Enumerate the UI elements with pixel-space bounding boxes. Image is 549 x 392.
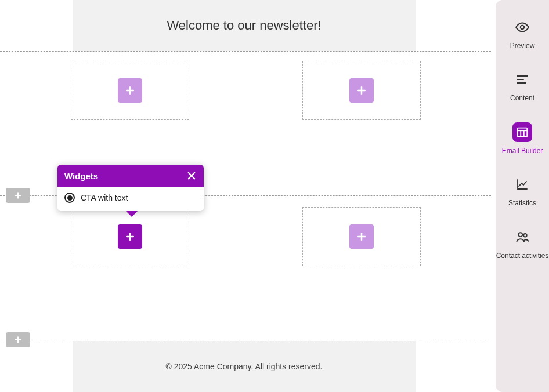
- drop-slot-1[interactable]: [71, 61, 189, 120]
- plus-icon: [13, 335, 23, 344]
- plus-icon: [356, 231, 367, 242]
- radio-icon: [64, 193, 75, 203]
- svg-point-14: [521, 26, 525, 30]
- eye-icon: [515, 20, 530, 35]
- plus-icon: [124, 231, 136, 242]
- plus-icon: [124, 85, 136, 96]
- widgets-popover: Widgets CTA with text: [57, 165, 204, 211]
- svg-rect-18: [518, 128, 528, 136]
- widget-option-cta[interactable]: CTA with text: [64, 193, 197, 203]
- header-band: Welcome to our newsletter!: [73, 0, 416, 51]
- row-add-handle[interactable]: [6, 332, 30, 347]
- sidebar: Preview Content Email Builder Statistics…: [496, 0, 549, 392]
- footer-band: © 2025 Acme Company. All rights reserved…: [73, 341, 416, 392]
- sidebar-item-label: Statistics: [508, 199, 536, 207]
- add-widget-button[interactable]: [118, 78, 142, 103]
- layout-icon: [516, 126, 529, 139]
- sidebar-item-label: Email Builder: [502, 147, 543, 155]
- add-widget-button[interactable]: [349, 224, 374, 249]
- svg-point-23: [523, 233, 527, 237]
- sidebar-item-contact-activities[interactable]: Contact activities: [496, 227, 549, 260]
- sidebar-item-label: Contact activities: [496, 252, 549, 260]
- sidebar-item-statistics[interactable]: Statistics: [496, 175, 549, 207]
- svg-point-22: [518, 233, 522, 237]
- sidebar-item-label: Preview: [510, 42, 535, 50]
- drop-slot-2[interactable]: [302, 61, 421, 120]
- plus-icon: [356, 85, 367, 96]
- plus-icon: [13, 191, 23, 200]
- editor-canvas: Welcome to our newsletter! Widgets: [0, 0, 491, 392]
- widget-option-label: CTA with text: [81, 193, 128, 202]
- row-divider: [0, 340, 491, 340]
- sidebar-item-email-builder[interactable]: Email Builder: [496, 122, 549, 155]
- sidebar-item-preview[interactable]: Preview: [496, 17, 549, 50]
- row-add-handle[interactable]: [6, 188, 30, 203]
- sidebar-item-label: Content: [510, 94, 534, 102]
- sidebar-item-content[interactable]: Content: [496, 70, 549, 102]
- drop-slot-4[interactable]: [302, 207, 421, 266]
- page-title: Welcome to our newsletter!: [167, 18, 321, 33]
- popover-tail: [126, 211, 138, 217]
- close-icon: [186, 170, 197, 181]
- add-widget-button[interactable]: [349, 78, 374, 103]
- popover-title: Widgets: [64, 171, 98, 181]
- row-divider: [0, 51, 491, 52]
- users-icon: [515, 230, 530, 245]
- popover-header: Widgets: [57, 165, 204, 187]
- content-icon: [515, 72, 529, 86]
- add-widget-button-active[interactable]: [118, 224, 142, 249]
- popover-body: CTA with text: [57, 187, 204, 211]
- footer-text: © 2025 Acme Company. All rights reserved…: [166, 362, 323, 371]
- popover-close-button[interactable]: [186, 170, 197, 181]
- chart-icon: [515, 177, 529, 191]
